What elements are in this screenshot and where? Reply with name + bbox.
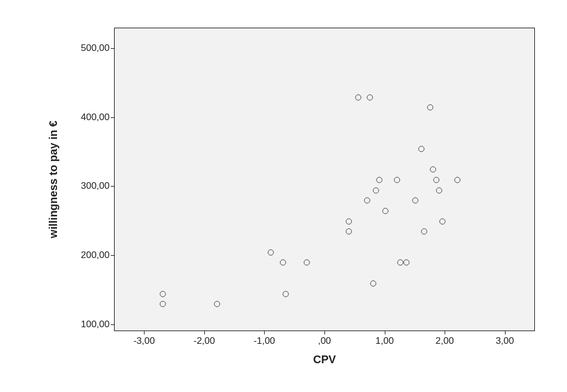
y-tick-label: 400,00 [65,112,110,123]
x-tick-mark [204,331,205,334]
data-point [346,218,352,224]
data-point [304,260,310,266]
data-point [397,260,403,266]
data-point [346,229,352,235]
y-tick-mark [111,117,114,118]
y-tick-label: 200,00 [65,250,110,261]
x-tick-label: -1,00 [254,336,275,347]
plot-area [114,28,535,331]
y-tick-mark [111,324,114,325]
data-point [370,280,376,286]
scatter-chart: willingness to pay in € CPV 100,00200,00… [20,8,551,384]
data-point [430,167,436,173]
data-point [364,198,370,204]
x-tick-mark [324,331,325,334]
x-tick-label: 1,00 [375,336,394,347]
data-point [394,177,400,183]
data-point [367,94,373,100]
y-axis-title: willingness to pay in € [47,121,60,238]
data-point [436,187,442,193]
y-tick-mark [111,186,114,187]
y-tick-label: 300,00 [65,180,110,192]
x-tick-label: -3,00 [133,336,155,347]
data-point [403,260,409,266]
data-point [421,229,427,235]
x-tick-mark [264,331,265,334]
x-tick-mark [385,331,385,334]
x-tick-mark [144,331,145,334]
y-tick-label: 100,00 [65,319,110,330]
data-point [268,249,274,255]
data-point [418,146,424,152]
x-tick-label: ,00 [318,336,331,347]
x-tick-mark [505,331,506,334]
x-tick-mark [445,331,445,334]
data-point [427,105,434,111]
data-point [283,291,289,297]
data-point [454,177,460,183]
y-tick-label: 500,00 [65,43,110,54]
data-point [376,177,382,183]
x-tick-label: -2,00 [193,336,215,347]
x-tick-label: 2,00 [436,336,454,347]
y-tick-mark [111,48,114,49]
data-point [355,94,361,100]
data-point [280,260,286,266]
data-point [439,218,445,224]
data-point [159,291,166,297]
x-tick-label: 3,00 [496,336,514,347]
data-point [159,301,166,307]
data-point [373,187,379,193]
data-point [382,208,388,214]
data-point [214,301,220,307]
data-point [433,177,439,183]
data-point [412,198,418,204]
y-tick-mark [111,255,114,256]
x-axis-title: CPV [313,353,336,366]
